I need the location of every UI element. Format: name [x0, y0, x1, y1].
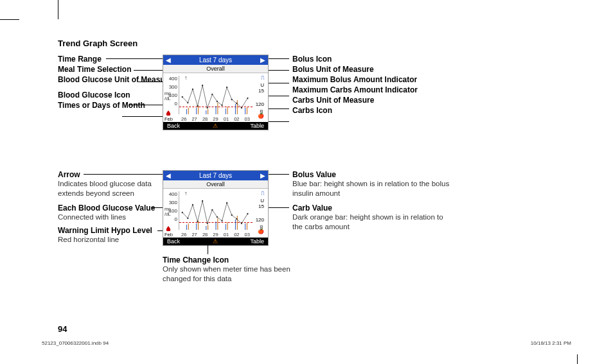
- callout-bg-icon: Blood Glucose Icon: [58, 91, 130, 100]
- callout-time-change: Time Change Icon: [163, 256, 229, 264]
- callout-hypo-sub: Red horizontal line: [58, 236, 119, 243]
- callout-bolus-icon: Bolus Icon: [292, 55, 332, 64]
- bottom-callout: Time Change Icon Only shown when meter t…: [163, 256, 298, 284]
- x-axis-labels: 26272829010203: [179, 116, 253, 122]
- callout-arrow-sub: Indicates blood glucose data extends bey…: [58, 180, 152, 197]
- leader-line: [269, 207, 289, 208]
- leader-line: [269, 58, 289, 59]
- leader-line: [269, 96, 289, 96]
- svg-point-19: [207, 107, 208, 108]
- x-month-label: Feb: [164, 232, 179, 238]
- callout-max-carbs: Maximum Carbs Amount Indicator: [292, 85, 418, 94]
- leader-line-vertical: [208, 243, 208, 254]
- leader-line: [269, 121, 289, 122]
- svg-point-43: [187, 218, 188, 219]
- bolus-icon: ⎍: [261, 190, 264, 196]
- svg-point-49: [217, 216, 218, 218]
- right-callouts-1: Bolus Icon Bolus Unit of Measure Maximum…: [292, 55, 459, 116]
- max-bolus-value: 15: [258, 204, 264, 209]
- svg-point-25: [236, 103, 237, 104]
- svg-point-42: [182, 212, 183, 213]
- svg-point-23: [226, 87, 227, 88]
- leader-line: [269, 70, 289, 71]
- section-title: Trend Graph Screen: [58, 39, 559, 48]
- max-carbs-value: 120: [256, 101, 264, 107]
- footer-filename: 52123_07006322001.indb 94: [42, 340, 109, 346]
- svg-point-46: [202, 200, 203, 202]
- svg-point-17: [197, 105, 198, 107]
- chart-svg: [179, 76, 253, 114]
- carbs-icon: 🍎: [258, 229, 264, 234]
- svg-point-44: [192, 204, 193, 205]
- device-chart: 400 300 100 0 mg /dL ↑: [163, 73, 268, 122]
- svg-point-15: [187, 102, 188, 103]
- right-callouts-2: Bolus ValueBlue bar: height shown is in …: [292, 170, 453, 233]
- next-arrow-icon: ▶: [260, 172, 265, 179]
- device-header: ◀ Last 7 days ▶: [163, 171, 268, 180]
- prev-arrow-icon: ◀: [166, 172, 171, 179]
- x-month-label: Feb: [164, 116, 179, 122]
- callout-meal-time: Meal Time Selection: [58, 65, 132, 74]
- bg-unit-label: mg/dL: [164, 207, 171, 217]
- callout-carbs-icon: Carbs Icon: [292, 106, 332, 115]
- svg-point-16: [192, 89, 193, 90]
- svg-point-14: [182, 96, 183, 98]
- callout-time-change-sub: Only shown when meter time has been chan…: [163, 265, 290, 282]
- callout-each-bg: Each Blood Glucose Value: [58, 204, 155, 212]
- svg-point-20: [211, 94, 213, 95]
- meal-selection-value: Overall: [163, 65, 268, 73]
- callout-hypo: Warning Limit Hypo Level: [58, 226, 152, 235]
- leader-line: [269, 83, 289, 83]
- blood-drop-icon: [166, 110, 171, 116]
- diagram-trend-graph-top: Time Range Meal Time Selection Blood Glu…: [58, 55, 559, 151]
- callout-each-bg-sub: Connected with lines: [58, 213, 126, 221]
- page-content: Trend Graph Screen Time Range Meal Time …: [58, 39, 559, 305]
- svg-point-26: [241, 107, 242, 108]
- table-softkey: Table: [250, 238, 264, 245]
- x-axis-labels: 26272829010203: [179, 232, 253, 238]
- callout-bolus-value: Bolus Value: [292, 170, 336, 179]
- back-softkey: Back: [167, 123, 180, 129]
- leader-line: [129, 105, 164, 105]
- print-footer: 52123_07006322001.indb 94 10/18/13 2:31 …: [42, 340, 571, 346]
- prev-arrow-icon: ◀: [166, 56, 171, 64]
- svg-point-55: [247, 213, 248, 214]
- time-range-value: Last 7 days: [199, 56, 232, 64]
- bolus-unit-label: U: [260, 198, 264, 204]
- callout-carb-value: Carb Value: [292, 204, 332, 212]
- device-screen-2: ◀ Last 7 days ▶ Overall 4003001000 mg/dL…: [163, 170, 269, 246]
- svg-point-47: [207, 223, 208, 224]
- callout-time-range: Time Range: [58, 55, 102, 64]
- svg-point-48: [211, 209, 213, 211]
- svg-point-53: [236, 218, 237, 220]
- svg-point-45: [197, 221, 198, 222]
- bolus-icon: ⎍: [261, 74, 264, 81]
- chart-svg: [179, 191, 253, 230]
- leader-line: [122, 116, 167, 117]
- callout-bolus-value-sub: Blue bar: height shown is in relation to…: [292, 180, 449, 197]
- device-screen-1: ◀ Last 7 days ▶ Overall 400 300 100 0 mg…: [163, 55, 269, 130]
- max-carbs-value: 120: [256, 217, 264, 223]
- bg-unit-label: mg /dL: [164, 91, 171, 101]
- back-softkey: Back: [167, 238, 180, 245]
- callout-arrow: Arrow: [58, 170, 80, 179]
- device-header: ◀ Last 7 days ▶: [163, 55, 268, 65]
- svg-point-21: [217, 101, 218, 102]
- table-softkey: Table: [250, 123, 264, 129]
- left-callouts-2: ArrowIndicates blood glucose data extend…: [58, 170, 161, 246]
- next-arrow-icon: ▶: [260, 56, 265, 64]
- page-number: 94: [58, 324, 67, 334]
- svg-point-24: [231, 99, 233, 100]
- leader-line: [134, 70, 163, 71]
- meal-selection-value: Overall: [163, 180, 268, 189]
- max-bolus-value: 15: [258, 88, 264, 94]
- blood-drop-icon: [166, 226, 171, 231]
- time-change-icon: ⚠: [213, 238, 218, 245]
- svg-point-54: [241, 223, 242, 224]
- crop-mark-br: [577, 354, 578, 364]
- callout-max-bolus: Maximum Bolus Amount Indicator: [292, 75, 417, 84]
- time-change-icon: ⚠: [213, 123, 218, 129]
- leader-line: [269, 108, 289, 109]
- svg-point-22: [221, 105, 222, 106]
- bolus-unit-label: U: [260, 82, 264, 88]
